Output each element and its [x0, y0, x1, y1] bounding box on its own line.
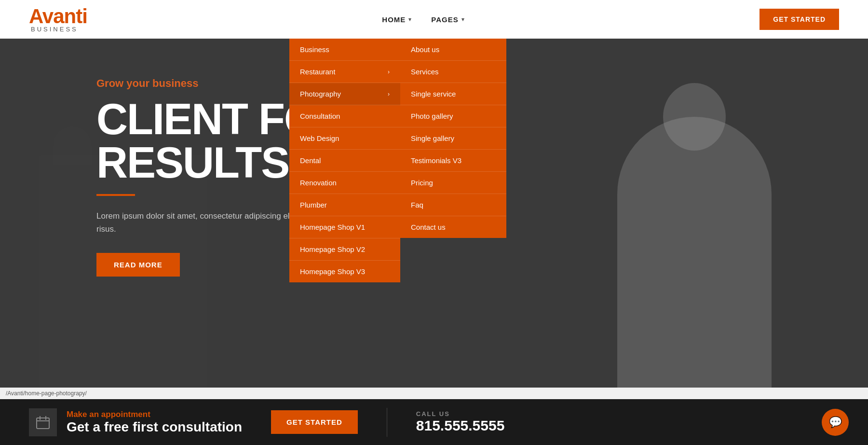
header: Avanti BUSINESS HOME ▾ PAGES ▾ GET START…: [0, 0, 868, 39]
hero-divider: [96, 194, 135, 196]
call-us-label: CALL US: [416, 410, 505, 417]
menu-item-label: Homepage Shop V2: [300, 245, 365, 253]
menu-item-shop-v1[interactable]: Homepage Shop V1: [289, 216, 400, 238]
menu-item-web-design[interactable]: Web Design: [289, 127, 400, 150]
pages-item-about[interactable]: About us: [400, 39, 506, 61]
menu-item-label: Web Design: [300, 134, 339, 142]
pages-item-testimonials[interactable]: Testimonials V3: [400, 150, 506, 172]
pages-dropdown-menu: About us Services Single service Photo g…: [400, 39, 506, 238]
menu-item-label: Consultation: [300, 112, 340, 120]
menu-item-label: Photography: [300, 90, 341, 98]
appointment-label: Make an appointment: [67, 410, 242, 419]
menu-item-label: Single gallery: [411, 134, 454, 142]
menu-item-label: Homepage Shop V3: [300, 267, 365, 276]
pages-item-photo-gallery[interactable]: Photo gallery: [400, 105, 506, 127]
menu-item-label: Restaurant: [300, 68, 335, 76]
menu-item-label: Contact us: [411, 223, 446, 231]
pages-item-single-service[interactable]: Single service: [400, 83, 506, 105]
nav-pages[interactable]: PAGES ▾: [431, 15, 464, 24]
menu-item-label: Faq: [411, 201, 423, 209]
logo: Avanti BUSINESS: [29, 6, 87, 33]
logo-subtitle: BUSINESS: [31, 26, 78, 33]
menu-item-label: Dental: [300, 156, 321, 165]
phone-number: 815.555.5555: [416, 417, 505, 434]
calendar-svg: [36, 415, 50, 430]
menu-item-label: Services: [411, 68, 439, 76]
menu-item-label: Plumber: [300, 201, 327, 209]
chevron-down-icon: ▾: [408, 16, 412, 23]
person-head: [663, 83, 726, 151]
pages-item-services[interactable]: Services: [400, 61, 506, 83]
pages-item-contact[interactable]: Contact us: [400, 216, 506, 238]
chat-button[interactable]: 💬: [822, 409, 849, 436]
status-bar: /Avanti/home-page-photograpy/: [0, 388, 868, 399]
menu-item-photography[interactable]: Photography ›: [289, 83, 400, 105]
chevron-down-icon: ▾: [461, 16, 465, 23]
chevron-right-icon: ›: [388, 69, 390, 75]
appointment-text: Make an appointment Get a free first con…: [67, 410, 242, 435]
person-silhouette: [617, 117, 772, 397]
call-us-section: CALL US 815.555.5555: [416, 410, 505, 434]
menu-item-plumber[interactable]: Plumber: [289, 194, 400, 216]
menu-item-label: Renovation: [300, 179, 337, 187]
read-more-button[interactable]: READ MORE: [96, 253, 180, 277]
pages-item-single-gallery[interactable]: Single gallery: [400, 127, 506, 150]
pages-item-faq[interactable]: Faq: [400, 194, 506, 216]
menu-item-label: Photo gallery: [411, 112, 453, 120]
appointment-section: Make an appointment Get a free first con…: [29, 408, 242, 436]
menu-item-shop-v2[interactable]: Homepage Shop V2: [289, 238, 400, 261]
logo-name: Avanti: [29, 6, 87, 27]
menu-item-restaurant[interactable]: Restaurant ›: [289, 61, 400, 83]
main-nav: HOME ▾ PAGES ▾: [382, 15, 464, 24]
menu-item-consultation[interactable]: Consultation: [289, 105, 400, 127]
home-dropdown-menu: Business Restaurant › Photography › Cons…: [289, 39, 400, 282]
bottom-get-started-button[interactable]: GET STARTED: [271, 410, 358, 434]
status-url: /Avanti/home-page-photograpy/: [6, 390, 87, 397]
nav-home-label: HOME: [382, 15, 406, 24]
get-started-button[interactable]: GET STARTED: [760, 9, 839, 30]
menu-item-label: Single service: [411, 90, 456, 98]
chat-icon: 💬: [829, 416, 842, 429]
nav-home[interactable]: HOME ▾: [382, 15, 412, 24]
svg-rect-0: [37, 418, 49, 429]
bottom-divider: [387, 408, 387, 437]
menu-item-label: Homepage Shop V1: [300, 223, 365, 231]
menu-item-label: Business: [300, 45, 329, 54]
nav-pages-label: PAGES: [431, 15, 458, 24]
menu-item-label: About us: [411, 45, 439, 54]
bottom-bar: Make an appointment Get a free first con…: [0, 399, 868, 445]
menu-item-renovation[interactable]: Renovation: [289, 172, 400, 194]
pages-item-pricing[interactable]: Pricing: [400, 172, 506, 194]
menu-item-business[interactable]: Business: [289, 39, 400, 61]
calendar-icon: [29, 408, 57, 436]
menu-item-label: Testimonials V3: [411, 156, 461, 165]
chevron-right-icon: ›: [388, 91, 390, 97]
appointment-description: Get a free first consultation: [67, 419, 242, 435]
menu-item-dental[interactable]: Dental: [289, 150, 400, 172]
menu-item-shop-v3[interactable]: Homepage Shop V3: [289, 261, 400, 282]
menu-item-label: Pricing: [411, 179, 433, 187]
